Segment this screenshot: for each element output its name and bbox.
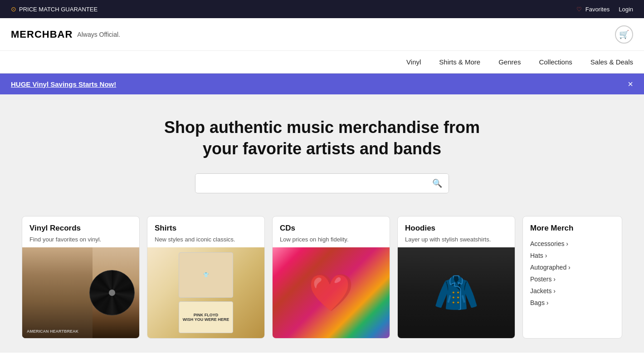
banner-link[interactable]: HUGE Vinyl Savings Starts Now! [11,80,116,88]
nav-item-vinyl[interactable]: Vinyl [406,58,421,66]
card-hoodies: Hoodies Layer up with stylish sweatshirt… [397,216,515,339]
card-more-merch: More Merch Accessories › Hats › Autograp… [522,216,622,339]
hero-title: Shop authentic music merchandise from yo… [150,117,494,160]
banner-close-button[interactable]: × [628,79,633,89]
main-nav: Vinyl Shirts & More Genres Collections S… [0,51,644,74]
card-shirts-content: Shirts New styles and iconic classics. [147,216,264,247]
search-bar: 🔍 [195,173,449,193]
cds-image[interactable]: ❤️ [273,247,390,338]
card-vinyl-title: Vinyl Records [29,224,132,233]
header: MERCHBAR Always Official. 🛒 [0,18,644,51]
shield-icon: ⊙ [11,5,16,13]
top-bar-left: ⊙ PRICE MATCH GUARANTEE [11,5,98,13]
nav-item-sales[interactable]: Sales & Deals [590,58,633,66]
card-cds-title: CDs [280,224,382,233]
search-input[interactable] [195,174,426,192]
card-vinyl-records: Vinyl Records Find your favorites on vin… [22,216,140,339]
card-shirts: Shirts New styles and iconic classics. 👕… [147,216,265,339]
top-bar: ⊙ PRICE MATCH GUARANTEE ♡ Favorites Logi… [0,0,644,18]
search-button[interactable]: 🔍 [426,174,449,193]
nav-item-shirts[interactable]: Shirts & More [439,58,480,66]
hoodies-image[interactable]: 🧥 [398,247,515,338]
merch-item-bags[interactable]: Bags › [530,299,615,306]
logo-area: MERCHBAR Always Official. [11,29,120,40]
cart-button[interactable]: 🛒 [615,25,633,44]
more-merch-list: Accessories › Hats › Autographed › Poste… [530,240,615,306]
login-label: Login [619,6,633,13]
favorites-link[interactable]: ♡ Favorites [576,6,610,13]
card-vinyl-content: Vinyl Records Find your favorites on vin… [22,216,139,247]
login-link[interactable]: Login [619,6,633,13]
card-shirts-title: Shirts [155,224,257,233]
hero-section: Shop authentic music merchandise from yo… [0,94,644,207]
card-hoodies-content: Hoodies Layer up with stylish sweatshirt… [398,216,515,247]
merch-item-hats[interactable]: Hats › [530,252,615,259]
card-cds-content: CDs Low prices on high fidelity. [273,216,390,247]
logo[interactable]: MERCHBAR [11,29,73,40]
logo-tagline: Always Official. [77,31,120,38]
merch-item-accessories[interactable]: Accessories › [530,240,615,247]
more-merch-title: More Merch [530,224,615,233]
card-cds: CDs Low prices on high fidelity. ❤️ [272,216,390,339]
card-cds-desc: Low prices on high fidelity. [280,236,382,244]
merch-item-posters[interactable]: Posters › [530,275,615,283]
card-shirts-desc: New styles and iconic classics. [155,236,257,244]
promo-banner: HUGE Vinyl Savings Starts Now! × [0,74,644,94]
price-match-text: PRICE MATCH GUARANTEE [19,6,98,13]
merch-item-jackets[interactable]: Jackets › [530,287,615,295]
merch-item-autographed[interactable]: Autographed › [530,264,615,271]
heart-icon: ♡ [576,6,582,13]
vinyl-disc-image [89,270,135,315]
vinyl-image[interactable]: AMERICAN HEARTBREAK [22,247,139,338]
footer-bar: HUGE Vinyl Savings Starts Now! Browse Al… [0,352,644,354]
shirts-image[interactable]: 👕 PINK FLOYDWISH YOU WERE HERE [147,247,264,338]
favorites-label: Favorites [585,6,610,13]
nav-item-genres[interactable]: Genres [498,58,521,66]
card-vinyl-desc: Find your favorites on vinyl. [29,236,132,244]
card-hoodies-title: Hoodies [405,224,507,233]
card-hoodies-desc: Layer up with stylish sweatshirts. [405,236,507,244]
top-bar-right: ♡ Favorites Login [576,6,633,13]
nav-item-collections[interactable]: Collections [539,58,572,66]
category-cards: Vinyl Records Find your favorites on vin… [0,207,644,352]
